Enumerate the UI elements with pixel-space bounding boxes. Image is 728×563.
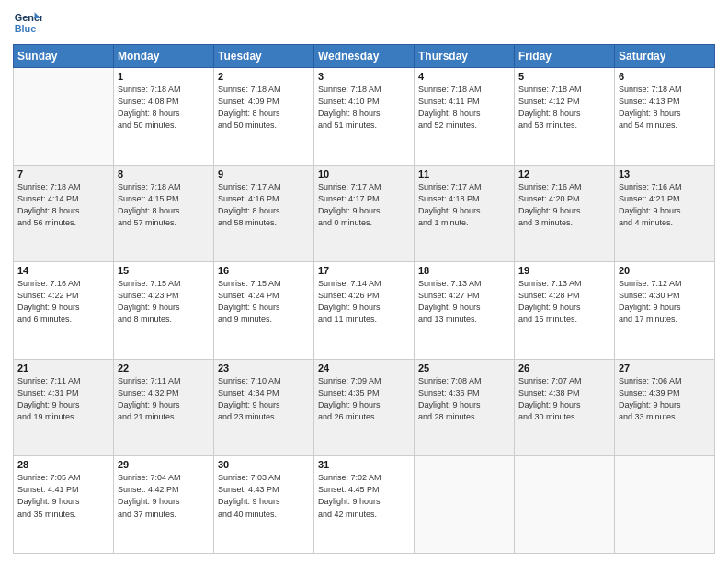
daylight-text-cont: and 56 minutes. <box>17 217 109 229</box>
calendar-day-cell: 12Sunrise: 7:16 AMSunset: 4:20 PMDayligh… <box>515 165 615 262</box>
sunrise-text: Sunrise: 7:08 AM <box>418 375 510 387</box>
sunrise-text: Sunrise: 7:16 AM <box>17 278 109 290</box>
daylight-text-cont: and 1 minute. <box>418 217 510 229</box>
calendar-week-row: 21Sunrise: 7:11 AMSunset: 4:31 PMDayligh… <box>14 359 715 456</box>
daylight-text-cont: and 11 minutes. <box>318 314 410 326</box>
daylight-text: Daylight: 9 hours <box>118 496 210 508</box>
day-info: Sunrise: 7:10 AMSunset: 4:34 PMDaylight:… <box>218 375 310 423</box>
daylight-text: Daylight: 9 hours <box>619 302 711 314</box>
daylight-text: Daylight: 8 hours <box>318 108 410 120</box>
day-number: 11 <box>418 168 510 179</box>
calendar-day-cell: 1Sunrise: 7:18 AMSunset: 4:08 PMDaylight… <box>114 68 214 166</box>
daylight-text-cont: and 17 minutes. <box>619 314 711 326</box>
calendar-day-cell: 11Sunrise: 7:17 AMSunset: 4:18 PMDayligh… <box>415 165 515 262</box>
sunset-text: Sunset: 4:36 PM <box>418 387 510 399</box>
sunrise-text: Sunrise: 7:06 AM <box>619 375 711 387</box>
sunset-text: Sunset: 4:41 PM <box>17 484 109 496</box>
calendar-day-cell: 18Sunrise: 7:13 AMSunset: 4:27 PMDayligh… <box>415 262 515 360</box>
calendar-table: SundayMondayTuesdayWednesdayThursdayFrid… <box>13 44 715 554</box>
sunset-text: Sunset: 4:27 PM <box>418 290 510 302</box>
sunrise-text: Sunrise: 7:05 AM <box>17 472 109 484</box>
calendar-day-cell: 7Sunrise: 7:18 AMSunset: 4:14 PMDaylight… <box>14 165 114 262</box>
day-info: Sunrise: 7:11 AMSunset: 4:31 PMDaylight:… <box>17 375 109 423</box>
sunrise-text: Sunrise: 7:18 AM <box>418 84 510 96</box>
weekday-header-sunday: Sunday <box>14 45 114 68</box>
daylight-text: Daylight: 9 hours <box>17 399 109 411</box>
day-info: Sunrise: 7:16 AMSunset: 4:22 PMDaylight:… <box>17 278 109 326</box>
page: General Blue SundayMondayTuesdayWednesda… <box>0 0 728 563</box>
calendar-day-cell: 19Sunrise: 7:13 AMSunset: 4:28 PMDayligh… <box>515 262 615 360</box>
calendar-day-cell: 26Sunrise: 7:07 AMSunset: 4:38 PMDayligh… <box>515 359 615 456</box>
calendar-day-cell: 20Sunrise: 7:12 AMSunset: 4:30 PMDayligh… <box>615 262 715 360</box>
day-number: 30 <box>218 459 310 470</box>
calendar-day-cell: 16Sunrise: 7:15 AMSunset: 4:24 PMDayligh… <box>214 262 314 360</box>
weekday-header-thursday: Thursday <box>415 45 515 68</box>
calendar-day-cell <box>14 68 114 166</box>
day-info: Sunrise: 7:18 AMSunset: 4:09 PMDaylight:… <box>218 84 310 132</box>
day-number: 21 <box>17 362 109 373</box>
daylight-text-cont: and 57 minutes. <box>118 217 210 229</box>
svg-text:Blue: Blue <box>15 23 37 34</box>
day-number: 4 <box>418 71 510 82</box>
day-number: 7 <box>17 168 109 179</box>
weekday-header-friday: Friday <box>515 45 615 68</box>
calendar-day-cell: 17Sunrise: 7:14 AMSunset: 4:26 PMDayligh… <box>314 262 415 360</box>
day-info: Sunrise: 7:05 AMSunset: 4:41 PMDaylight:… <box>17 472 109 520</box>
sunrise-text: Sunrise: 7:10 AM <box>218 375 310 387</box>
sunrise-text: Sunrise: 7:13 AM <box>418 278 510 290</box>
day-number: 12 <box>518 168 610 179</box>
sunset-text: Sunset: 4:18 PM <box>418 193 510 205</box>
sunset-text: Sunset: 4:26 PM <box>318 290 410 302</box>
calendar-day-cell <box>515 456 615 554</box>
sunset-text: Sunset: 4:13 PM <box>619 96 711 108</box>
day-info: Sunrise: 7:02 AMSunset: 4:45 PMDaylight:… <box>318 472 410 520</box>
daylight-text: Daylight: 9 hours <box>619 399 711 411</box>
daylight-text-cont: and 21 minutes. <box>118 411 210 423</box>
daylight-text-cont: and 33 minutes. <box>619 411 711 423</box>
day-number: 20 <box>619 265 711 276</box>
day-number: 8 <box>118 168 210 179</box>
day-info: Sunrise: 7:04 AMSunset: 4:42 PMDaylight:… <box>118 472 210 520</box>
sunrise-text: Sunrise: 7:16 AM <box>619 181 711 193</box>
day-number: 31 <box>318 459 410 470</box>
day-info: Sunrise: 7:17 AMSunset: 4:17 PMDaylight:… <box>318 181 410 229</box>
day-info: Sunrise: 7:18 AMSunset: 4:15 PMDaylight:… <box>118 181 210 229</box>
daylight-text: Daylight: 8 hours <box>118 108 210 120</box>
day-info: Sunrise: 7:18 AMSunset: 4:14 PMDaylight:… <box>17 181 109 229</box>
calendar-day-cell <box>615 456 715 554</box>
sunset-text: Sunset: 4:42 PM <box>118 484 210 496</box>
daylight-text: Daylight: 9 hours <box>218 496 310 508</box>
daylight-text-cont: and 23 minutes. <box>218 411 310 423</box>
daylight-text: Daylight: 9 hours <box>518 205 610 217</box>
day-info: Sunrise: 7:14 AMSunset: 4:26 PMDaylight:… <box>318 278 410 326</box>
sunrise-text: Sunrise: 7:15 AM <box>118 278 210 290</box>
sunset-text: Sunset: 4:16 PM <box>218 193 310 205</box>
sunset-text: Sunset: 4:09 PM <box>218 96 310 108</box>
sunset-text: Sunset: 4:14 PM <box>17 193 109 205</box>
calendar-day-cell: 2Sunrise: 7:18 AMSunset: 4:09 PMDaylight… <box>214 68 314 166</box>
calendar-day-cell: 27Sunrise: 7:06 AMSunset: 4:39 PMDayligh… <box>615 359 715 456</box>
calendar-day-cell: 23Sunrise: 7:10 AMSunset: 4:34 PMDayligh… <box>214 359 314 456</box>
day-number: 3 <box>318 71 410 82</box>
sunrise-text: Sunrise: 7:18 AM <box>318 84 410 96</box>
day-number: 15 <box>118 265 210 276</box>
daylight-text-cont: and 40 minutes. <box>218 509 310 521</box>
calendar-day-cell: 15Sunrise: 7:15 AMSunset: 4:23 PMDayligh… <box>114 262 214 360</box>
calendar-day-cell: 6Sunrise: 7:18 AMSunset: 4:13 PMDaylight… <box>615 68 715 166</box>
day-info: Sunrise: 7:06 AMSunset: 4:39 PMDaylight:… <box>619 375 711 423</box>
calendar-day-cell: 8Sunrise: 7:18 AMSunset: 4:15 PMDaylight… <box>114 165 214 262</box>
daylight-text-cont: and 26 minutes. <box>318 411 410 423</box>
daylight-text-cont: and 42 minutes. <box>318 509 410 521</box>
sunrise-text: Sunrise: 7:17 AM <box>218 181 310 193</box>
day-number: 9 <box>218 168 310 179</box>
daylight-text: Daylight: 8 hours <box>118 205 210 217</box>
weekday-header-saturday: Saturday <box>615 45 715 68</box>
day-info: Sunrise: 7:08 AMSunset: 4:36 PMDaylight:… <box>418 375 510 423</box>
daylight-text: Daylight: 9 hours <box>318 496 410 508</box>
daylight-text: Daylight: 8 hours <box>418 108 510 120</box>
daylight-text: Daylight: 9 hours <box>318 399 410 411</box>
calendar-day-cell: 4Sunrise: 7:18 AMSunset: 4:11 PMDaylight… <box>415 68 515 166</box>
day-number: 13 <box>619 168 711 179</box>
daylight-text-cont: and 50 minutes. <box>118 120 210 132</box>
sunrise-text: Sunrise: 7:09 AM <box>318 375 410 387</box>
